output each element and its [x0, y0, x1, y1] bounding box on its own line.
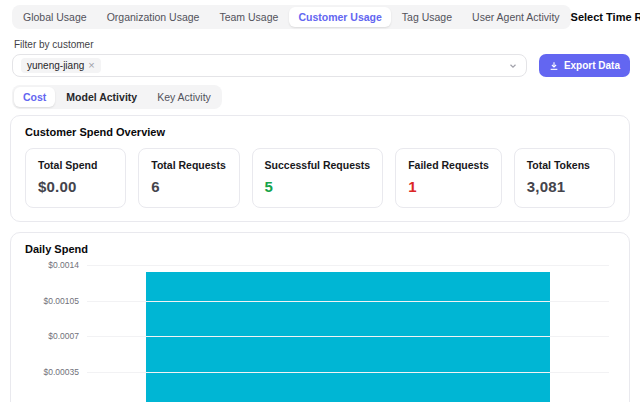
customer-tag-label: yuneng-jiang	[27, 60, 84, 71]
tab-global-usage[interactable]: Global Usage	[14, 7, 96, 27]
stat-total-requests: Total Requests 6	[138, 148, 239, 208]
overview-title: Customer Spend Overview	[25, 126, 615, 138]
export-data-button[interactable]: Export Data	[539, 54, 630, 77]
download-icon	[549, 61, 559, 71]
time-range-label: Select Time Range	[571, 11, 640, 23]
stats-row: Total Spend $0.00 Total Requests 6 Succe…	[25, 148, 615, 208]
stat-value: $0.00	[38, 178, 113, 195]
usage-tab-bar: Global Usage Organization Usage Team Usa…	[12, 5, 571, 29]
y-tick-label: $0.00035	[44, 367, 79, 377]
stat-label: Total Requests	[151, 159, 226, 171]
tab-team-usage[interactable]: Team Usage	[210, 7, 287, 27]
plot-area	[87, 265, 609, 402]
customer-spend-overview-card: Customer Spend Overview Total Spend $0.0…	[10, 115, 630, 222]
gridline	[87, 301, 609, 302]
y-tick-label: $0.0014	[48, 260, 79, 270]
gridline	[87, 265, 609, 266]
filter-row: yuneng-jiang × Export Data	[0, 54, 640, 77]
tab-organization-usage[interactable]: Organization Usage	[98, 7, 209, 27]
stat-total-spend: Total Spend $0.00	[25, 148, 126, 208]
chevron-down-icon[interactable]	[508, 61, 518, 71]
tab-customer-usage[interactable]: Customer Usage	[289, 7, 390, 27]
stat-total-tokens: Total Tokens 3,081	[514, 148, 615, 208]
tab-cost[interactable]: Cost	[14, 87, 55, 107]
usage-dashboard: Global Usage Organization Usage Team Usa…	[0, 0, 640, 402]
tab-model-activity[interactable]: Model Activity	[57, 87, 146, 107]
stat-value: 1	[408, 178, 489, 195]
tab-key-activity[interactable]: Key Activity	[148, 87, 220, 107]
y-tick-label: $0.00105	[44, 296, 79, 306]
stat-label: Successful Requests	[265, 159, 371, 171]
filter-by-customer-label: Filter by customer	[14, 39, 640, 50]
gridline	[87, 372, 609, 373]
chart-title: Daily Spend	[25, 243, 615, 255]
y-axis: $0.0014$0.00105$0.0007$0.00035$0	[25, 265, 87, 402]
tab-user-agent-activity[interactable]: User Agent Activity	[463, 7, 569, 27]
stat-label: Total Spend	[38, 159, 113, 171]
bar-2025-12-06[interactable]	[146, 272, 550, 402]
stat-value: 3,081	[527, 178, 602, 195]
stat-failed-requests: Failed Requests 1	[395, 148, 502, 208]
tab-tag-usage[interactable]: Tag Usage	[393, 7, 461, 27]
customer-tag: yuneng-jiang ×	[21, 58, 101, 73]
remove-tag-icon[interactable]: ×	[88, 60, 94, 71]
stat-label: Failed Requests	[408, 159, 489, 171]
top-bar: Global Usage Organization Usage Team Usa…	[0, 0, 640, 29]
daily-spend-chart: $0.0014$0.00105$0.0007$0.00035$0	[25, 265, 615, 402]
export-data-label: Export Data	[564, 60, 620, 71]
gridline	[87, 336, 609, 337]
time-range-group: Select Time Range 29 Nov, 13:21 - 6 Dec,…	[571, 6, 640, 28]
cost-tab-bar: Cost Model Activity Key Activity	[12, 85, 222, 109]
daily-spend-card: Daily Spend $0.0014$0.00105$0.0007$0.000…	[10, 232, 630, 402]
stat-value: 6	[151, 178, 226, 195]
customer-filter-input[interactable]: yuneng-jiang ×	[12, 54, 527, 77]
stat-successful-requests: Successful Requests 5	[252, 148, 384, 208]
stat-label: Total Tokens	[527, 159, 602, 171]
y-tick-label: $0.0007	[48, 331, 79, 341]
stat-value: 5	[265, 178, 371, 195]
